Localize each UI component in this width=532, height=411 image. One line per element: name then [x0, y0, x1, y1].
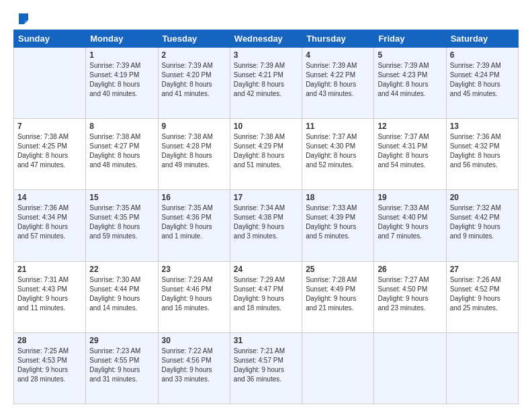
logo [13, 11, 30, 24]
day-cell: 26Sunrise: 7:27 AMSunset: 4:50 PMDayligh… [374, 261, 446, 332]
day-cell: 14Sunrise: 7:36 AMSunset: 4:34 PMDayligh… [14, 190, 86, 261]
day-info: Sunrise: 7:31 AMSunset: 4:43 PMDaylight:… [17, 275, 82, 313]
day-number: 19 [378, 193, 442, 202]
day-cell: 18Sunrise: 7:33 AMSunset: 4:39 PMDayligh… [302, 190, 374, 261]
day-cell: 27Sunrise: 7:26 AMSunset: 4:52 PMDayligh… [446, 261, 518, 332]
day-cell [302, 332, 374, 404]
day-info: Sunrise: 7:39 AMSunset: 4:23 PMDaylight:… [378, 61, 442, 99]
day-number: 24 [234, 265, 298, 274]
day-number: 10 [234, 122, 298, 131]
day-cell: 12Sunrise: 7:37 AMSunset: 4:31 PMDayligh… [374, 119, 446, 190]
day-cell: 6Sunrise: 7:39 AMSunset: 4:24 PMDaylight… [446, 48, 518, 119]
day-number: 21 [17, 265, 82, 274]
day-info: Sunrise: 7:22 AMSunset: 4:56 PMDaylight:… [162, 347, 226, 384]
day-info: Sunrise: 7:30 AMSunset: 4:44 PMDaylight:… [89, 275, 154, 313]
day-number: 4 [306, 50, 370, 60]
day-number: 12 [378, 122, 442, 131]
day-info: Sunrise: 7:21 AMSunset: 4:57 PMDaylight:… [234, 347, 298, 384]
day-info: Sunrise: 7:26 AMSunset: 4:52 PMDaylight:… [450, 275, 515, 313]
day-cell: 3Sunrise: 7:39 AMSunset: 4:21 PMDaylight… [230, 48, 302, 119]
day-number: 3 [234, 50, 298, 60]
day-cell [374, 332, 446, 404]
header-monday: Monday [86, 30, 158, 48]
day-number: 30 [162, 336, 226, 345]
day-number: 16 [162, 193, 226, 202]
day-info: Sunrise: 7:39 AMSunset: 4:21 PMDaylight:… [234, 61, 298, 99]
day-info: Sunrise: 7:39 AMSunset: 4:20 PMDaylight:… [162, 61, 226, 99]
day-cell: 20Sunrise: 7:32 AMSunset: 4:42 PMDayligh… [446, 190, 518, 261]
day-number: 5 [378, 50, 442, 60]
day-number: 31 [234, 336, 298, 345]
day-cell: 17Sunrise: 7:34 AMSunset: 4:38 PMDayligh… [230, 190, 302, 261]
day-number: 7 [17, 122, 82, 131]
day-number: 18 [306, 193, 370, 202]
week-row-5: 28Sunrise: 7:25 AMSunset: 4:53 PMDayligh… [14, 332, 519, 404]
week-row-2: 7Sunrise: 7:38 AMSunset: 4:25 PMDaylight… [14, 119, 519, 190]
day-number: 26 [378, 265, 442, 274]
day-cell: 21Sunrise: 7:31 AMSunset: 4:43 PMDayligh… [14, 261, 86, 332]
day-cell: 5Sunrise: 7:39 AMSunset: 4:23 PMDaylight… [374, 48, 446, 119]
day-info: Sunrise: 7:38 AMSunset: 4:27 PMDaylight:… [89, 132, 154, 170]
day-number: 29 [89, 336, 154, 345]
day-info: Sunrise: 7:33 AMSunset: 4:39 PMDaylight:… [306, 203, 370, 241]
day-number: 15 [89, 193, 154, 202]
header-sunday: Sunday [14, 30, 86, 48]
day-info: Sunrise: 7:35 AMSunset: 4:35 PMDaylight:… [89, 203, 154, 241]
calendar-header: SundayMondayTuesdayWednesdayThursdayFrid… [14, 30, 519, 48]
day-number: 14 [17, 193, 82, 202]
day-cell: 25Sunrise: 7:28 AMSunset: 4:49 PMDayligh… [302, 261, 374, 332]
calendar-table: SundayMondayTuesdayWednesdayThursdayFrid… [13, 30, 519, 404]
day-info: Sunrise: 7:37 AMSunset: 4:30 PMDaylight:… [306, 132, 370, 170]
day-cell: 22Sunrise: 7:30 AMSunset: 4:44 PMDayligh… [86, 261, 158, 332]
day-number: 23 [162, 265, 226, 274]
day-info: Sunrise: 7:39 AMSunset: 4:24 PMDaylight:… [450, 61, 515, 99]
day-info: Sunrise: 7:37 AMSunset: 4:31 PMDaylight:… [378, 132, 442, 170]
day-info: Sunrise: 7:38 AMSunset: 4:29 PMDaylight:… [234, 132, 298, 170]
day-info: Sunrise: 7:34 AMSunset: 4:38 PMDaylight:… [234, 203, 298, 241]
day-cell: 4Sunrise: 7:39 AMSunset: 4:22 PMDaylight… [302, 48, 374, 119]
day-info: Sunrise: 7:33 AMSunset: 4:40 PMDaylight:… [378, 203, 442, 241]
day-info: Sunrise: 7:38 AMSunset: 4:25 PMDaylight:… [17, 132, 82, 170]
header-wednesday: Wednesday [230, 30, 302, 48]
day-info: Sunrise: 7:27 AMSunset: 4:50 PMDaylight:… [378, 275, 442, 313]
day-cell: 9Sunrise: 7:38 AMSunset: 4:28 PMDaylight… [158, 119, 230, 190]
day-number: 22 [89, 265, 154, 274]
day-info: Sunrise: 7:39 AMSunset: 4:22 PMDaylight:… [306, 61, 370, 99]
day-info: Sunrise: 7:36 AMSunset: 4:34 PMDaylight:… [17, 203, 82, 241]
day-number: 1 [89, 50, 154, 60]
svg-marker-0 [19, 13, 28, 24]
day-info: Sunrise: 7:32 AMSunset: 4:42 PMDaylight:… [450, 203, 515, 241]
week-row-1: 1Sunrise: 7:39 AMSunset: 4:19 PMDaylight… [14, 48, 519, 119]
calendar-page: SundayMondayTuesdayWednesdayThursdayFrid… [0, 0, 532, 411]
day-info: Sunrise: 7:29 AMSunset: 4:46 PMDaylight:… [162, 275, 226, 313]
day-number: 8 [89, 122, 154, 131]
day-cell: 28Sunrise: 7:25 AMSunset: 4:53 PMDayligh… [14, 332, 86, 404]
logo-icon [15, 11, 30, 26]
day-number: 17 [234, 193, 298, 202]
day-cell: 1Sunrise: 7:39 AMSunset: 4:19 PMDaylight… [86, 48, 158, 119]
day-number: 28 [17, 336, 82, 345]
day-cell: 11Sunrise: 7:37 AMSunset: 4:30 PMDayligh… [302, 119, 374, 190]
day-info: Sunrise: 7:23 AMSunset: 4:55 PMDaylight:… [89, 347, 154, 384]
day-number: 9 [162, 122, 226, 131]
page-header [13, 11, 519, 24]
header-saturday: Saturday [446, 30, 518, 48]
day-number: 20 [450, 193, 515, 202]
day-cell: 29Sunrise: 7:23 AMSunset: 4:55 PMDayligh… [86, 332, 158, 404]
day-info: Sunrise: 7:36 AMSunset: 4:32 PMDaylight:… [450, 132, 515, 170]
day-cell: 7Sunrise: 7:38 AMSunset: 4:25 PMDaylight… [14, 119, 86, 190]
day-cell: 10Sunrise: 7:38 AMSunset: 4:29 PMDayligh… [230, 119, 302, 190]
header-friday: Friday [374, 30, 446, 48]
day-cell: 31Sunrise: 7:21 AMSunset: 4:57 PMDayligh… [230, 332, 302, 404]
header-row: SundayMondayTuesdayWednesdayThursdayFrid… [14, 30, 519, 48]
day-info: Sunrise: 7:39 AMSunset: 4:19 PMDaylight:… [89, 61, 154, 99]
day-cell [14, 48, 86, 119]
header-thursday: Thursday [302, 30, 374, 48]
day-info: Sunrise: 7:28 AMSunset: 4:49 PMDaylight:… [306, 275, 370, 313]
day-number: 6 [450, 50, 515, 60]
day-cell [446, 332, 518, 404]
day-info: Sunrise: 7:35 AMSunset: 4:36 PMDaylight:… [162, 203, 226, 241]
week-row-4: 21Sunrise: 7:31 AMSunset: 4:43 PMDayligh… [14, 261, 519, 332]
day-cell: 15Sunrise: 7:35 AMSunset: 4:35 PMDayligh… [86, 190, 158, 261]
header-tuesday: Tuesday [158, 30, 230, 48]
